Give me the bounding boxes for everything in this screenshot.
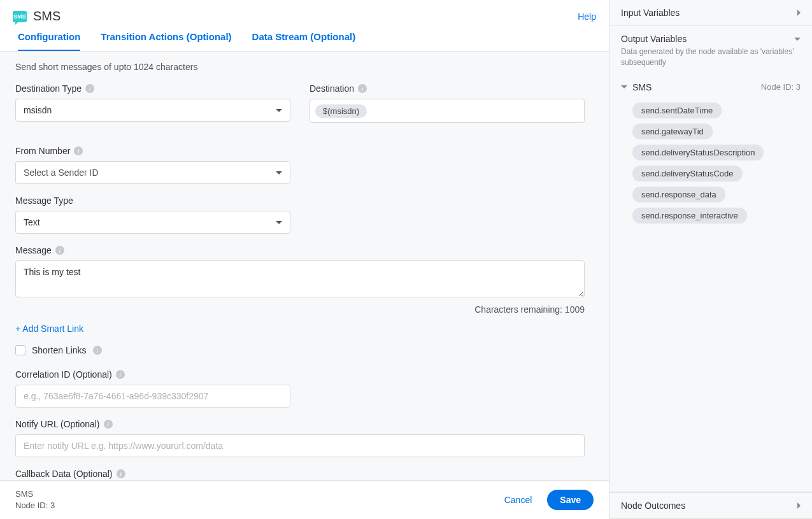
output-variables-subtext: Data generated by the node available as …: [609, 46, 812, 75]
var-pill[interactable]: send.response_interactive: [632, 208, 747, 224]
tabs: Configuration Transition Actions (Option…: [0, 31, 609, 52]
destination-token[interactable]: $(msisdn): [315, 104, 367, 118]
info-icon[interactable]: i: [358, 84, 367, 93]
callback-data-label: Callback Data (Optional) i: [15, 469, 585, 479]
info-icon[interactable]: i: [74, 146, 83, 155]
add-smart-link[interactable]: + Add Smart Link: [15, 323, 83, 334]
footer: SMS Node ID: 3 Cancel Save: [0, 480, 609, 519]
from-number-label: From Number i: [15, 146, 290, 156]
destination-input[interactable]: $(msisdn): [310, 99, 585, 123]
info-icon[interactable]: i: [93, 346, 102, 355]
message-label: Message i: [15, 245, 585, 255]
info-icon[interactable]: i: [116, 370, 125, 379]
var-pill[interactable]: send.gatewayTid: [632, 124, 713, 139]
output-variables-header[interactable]: Output Variables: [609, 26, 812, 46]
notify-url-input[interactable]: [15, 434, 585, 457]
output-node-id: Node ID: 3: [761, 82, 801, 92]
page-title: SMS: [33, 9, 61, 24]
sidebar: Input Variables Output Variables Data ge…: [609, 0, 812, 519]
message-type-select[interactable]: Text: [15, 211, 290, 234]
info-icon[interactable]: i: [85, 84, 94, 93]
notify-url-label: Notify URL (Optional) i: [15, 419, 585, 429]
info-icon[interactable]: i: [104, 420, 113, 429]
chevron-down-icon: [794, 38, 801, 41]
destination-type-label: Destination Type i: [15, 83, 290, 94]
chevron-down-icon: [276, 221, 282, 224]
content-scroll[interactable]: Send short messages of upto 1024 charact…: [0, 52, 609, 480]
tab-transition-actions[interactable]: Transition Actions (Optional): [101, 31, 231, 51]
var-pill[interactable]: send.response_data: [632, 187, 725, 203]
help-link[interactable]: Help: [578, 11, 596, 22]
input-variables-header[interactable]: Input Variables: [609, 0, 812, 25]
sms-icon: SMS: [13, 11, 27, 22]
description-text: Send short messages of upto 1024 charact…: [15, 62, 594, 72]
footer-node-id: Node ID: 3: [15, 500, 55, 511]
info-icon[interactable]: i: [55, 246, 64, 255]
tab-data-stream[interactable]: Data Stream (Optional): [252, 31, 356, 51]
shorten-links-checkbox[interactable]: [15, 345, 25, 355]
node-outcomes-header[interactable]: Node Outcomes: [609, 493, 812, 518]
var-pill[interactable]: send.sentDateTime: [632, 103, 722, 118]
chevron-right-icon: [797, 10, 801, 16]
chevron-down-icon: [276, 109, 282, 112]
save-button[interactable]: Save: [547, 490, 594, 510]
message-textarea[interactable]: [15, 260, 585, 297]
correlation-id-input[interactable]: [15, 385, 290, 408]
message-type-label: Message Type: [15, 196, 290, 206]
destination-type-select[interactable]: msisdn: [15, 99, 290, 122]
output-node-row[interactable]: SMS Node ID: 3: [621, 78, 801, 100]
char-remaining: Characters remaining: 1009: [15, 304, 585, 315]
header: SMS SMS Help: [0, 0, 609, 31]
correlation-id-label: Correlation ID (Optional) i: [15, 369, 290, 380]
tab-configuration[interactable]: Configuration: [18, 31, 80, 51]
destination-label: Destination i: [310, 83, 585, 94]
shorten-links-label: Shorten Links: [32, 345, 87, 355]
var-pill[interactable]: send.deliveryStatusCode: [632, 166, 743, 181]
var-pill[interactable]: send.deliveryStatusDescription: [632, 145, 764, 160]
cancel-button[interactable]: Cancel: [504, 495, 532, 505]
info-icon[interactable]: i: [117, 469, 125, 478]
from-number-select[interactable]: Select a Sender ID: [15, 161, 290, 184]
chevron-down-icon: [276, 171, 282, 174]
chevron-down-icon: [621, 85, 627, 89]
chevron-right-icon: [797, 502, 801, 509]
footer-node-name: SMS: [15, 488, 55, 500]
